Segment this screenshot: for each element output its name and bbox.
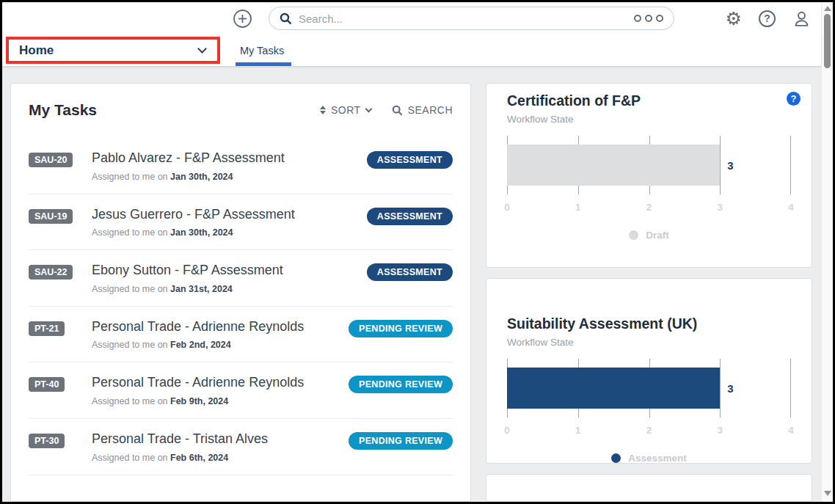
nav-row: Home My Tasks (2, 34, 821, 67)
tasks-controls: SORT SEARCH (320, 104, 453, 116)
help-icon[interactable]: ? (759, 10, 776, 27)
status-badge: ASSESSMENT (367, 151, 453, 169)
search-input[interactable]: Search... (269, 7, 674, 30)
task-row[interactable]: SAU-20 Pablo Alvarez - F&P Assessment As… (29, 138, 453, 194)
task-title[interactable]: Personal Trade - Adrienne Reynolds (92, 319, 338, 335)
search-tasks-button[interactable]: SEARCH (392, 104, 453, 116)
legend-dot (629, 230, 638, 240)
bar[interactable] (507, 145, 720, 186)
task-text: Personal Trade - Tristan Alves Assigned … (92, 431, 338, 463)
task-id-badge: SAU-22 (29, 265, 73, 280)
tick-label: 0 (504, 425, 510, 436)
task-id-badge: PT-30 (29, 434, 65, 448)
my-tasks-header: My Tasks SORT (29, 101, 453, 119)
sort-label: SORT (331, 104, 361, 116)
tick-line (790, 359, 791, 417)
legend-label: Assessment (628, 453, 687, 464)
status-badge: ASSESSMENT (367, 263, 453, 281)
task-assigned: Assigned to me on Jan 30th, 2024 (92, 172, 357, 182)
search-overflow-icon[interactable] (634, 15, 663, 22)
sort-button[interactable]: SORT (320, 104, 371, 116)
tab-my-tasks[interactable]: My Tasks (236, 34, 288, 66)
charts-column: ? Certification of F&P Workflow State 3 … (486, 83, 812, 502)
task-title[interactable]: Personal Trade - Tristan Alves (92, 431, 338, 448)
task-id-badge: SAU-19 (29, 209, 73, 224)
tick-label: 3 (717, 425, 723, 436)
chart-legend: Draft (507, 230, 791, 241)
chart-help-icon[interactable]: ? (787, 92, 801, 106)
my-tasks-panel: My Tasks SORT (10, 83, 471, 502)
search-tasks-label: SEARCH (408, 104, 453, 116)
task-text: Jesus Guerrero - F&P Assessment Assigned… (92, 207, 357, 238)
tick-label: 1 (575, 425, 581, 436)
add-icon[interactable] (233, 9, 252, 29)
tick-label: 1 (575, 202, 581, 213)
tab-my-tasks-label: My Tasks (240, 45, 284, 56)
search-placeholder: Search... (299, 12, 627, 25)
top-bar: Search... ⚙ ? (2, 2, 821, 34)
task-row[interactable]: PT-21 Personal Trade - Adrienne Reynolds… (29, 307, 453, 363)
task-assigned: Assigned to me on Feb 2nd, 2024 (92, 340, 338, 350)
bar-chart: 3 (507, 136, 791, 194)
bar-value-label: 3 (727, 382, 733, 395)
legend-dot (611, 453, 621, 463)
task-text: Ebony Sutton - F&P Assessment Assigned t… (92, 263, 357, 294)
task-assigned: Assigned to me on Feb 6th, 2024 (92, 453, 338, 463)
task-id-badge: PT-40 (29, 377, 65, 392)
tick-line (720, 136, 721, 194)
bar-value-label: 3 (727, 159, 733, 172)
bar[interactable] (507, 368, 720, 409)
chevron-down-icon (197, 44, 207, 54)
search-icon (280, 12, 292, 25)
profile-icon[interactable] (792, 10, 811, 28)
search-tasks-icon (392, 105, 403, 116)
chart-subtitle: Workflow State (507, 337, 791, 348)
chart-card-partial (486, 474, 812, 502)
status-badge: PENDING REVIEW (349, 320, 453, 337)
task-assigned: Assigned to me on Feb 9th, 2024 (92, 396, 338, 406)
status-badge: ASSESSMENT (367, 208, 453, 225)
app-window: Search... ⚙ ? Home My Tasks (0, 0, 835, 504)
tick-label: 4 (788, 425, 794, 436)
task-title[interactable]: Jesus Guerrero - F&P Assessment (92, 207, 357, 223)
task-title[interactable]: Pablo Alvarez - F&P Assessment (92, 150, 357, 167)
scrollbar-down-arrow-icon[interactable] (824, 491, 831, 496)
chart-subtitle: Workflow State (507, 114, 791, 125)
task-id-badge: PT-21 (29, 321, 65, 336)
x-axis: 0 1 2 3 4 (507, 425, 791, 437)
page: Search... ⚙ ? Home My Tasks (2, 2, 821, 502)
task-row[interactable]: SAU-22 Ebony Sutton - F&P Assessment Ass… (29, 250, 453, 307)
chart-card-suitability: Suitability Assessment (UK) Workflow Sta… (486, 278, 812, 464)
task-title[interactable]: Personal Trade - Adrienne Reynolds (92, 375, 338, 391)
chart-title: Suitability Assessment (UK) (507, 315, 791, 332)
task-assigned: Assigned to me on Jan 31st, 2024 (92, 284, 357, 294)
tick-label: 3 (717, 202, 723, 213)
task-row[interactable]: SAU-19 Jesus Guerrero - F&P Assessment A… (29, 194, 453, 251)
task-title[interactable]: Ebony Sutton - F&P Assessment (92, 263, 357, 279)
tick-label: 2 (646, 202, 652, 213)
tick-line (720, 359, 721, 417)
task-text: Pablo Alvarez - F&P Assessment Assigned … (92, 150, 357, 182)
tab-active-underline (236, 62, 291, 66)
bar-chart: 3 (507, 359, 791, 417)
task-id-badge: SAU-20 (29, 153, 73, 167)
chart-legend: Assessment (507, 453, 791, 464)
legend-label: Draft (646, 230, 669, 241)
status-badge: PENDING REVIEW (349, 432, 453, 450)
sort-chevron-icon (365, 106, 372, 113)
home-dropdown[interactable]: Home (6, 37, 220, 64)
my-tasks-title: My Tasks (29, 101, 97, 119)
status-badge: PENDING REVIEW (349, 376, 453, 393)
tick-label: 4 (788, 202, 794, 213)
task-assigned: Assigned to me on Jan 30th, 2024 (92, 227, 357, 238)
task-row[interactable]: PT-40 Personal Trade - Adrienne Reynolds… (29, 362, 453, 419)
vertical-scrollbar[interactable] (821, 2, 833, 502)
task-row[interactable]: PT-30 Personal Trade - Tristan Alves Ass… (29, 419, 453, 475)
settings-gear-icon[interactable]: ⚙ (726, 10, 742, 28)
scrollbar-thumb[interactable] (824, 14, 831, 68)
sort-icon (320, 106, 326, 114)
scrollbar-up-arrow-icon[interactable] (824, 6, 831, 11)
x-axis: 0 1 2 3 4 (507, 202, 791, 213)
tick-line (790, 136, 791, 194)
tick-label: 0 (504, 202, 510, 213)
